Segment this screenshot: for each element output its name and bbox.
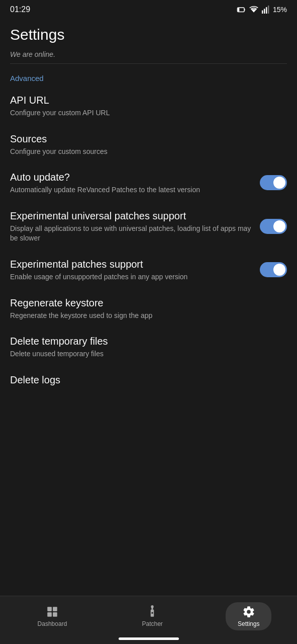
- settings-item-auto-update-title: Auto update?: [10, 171, 252, 184]
- settings-content: Advanced API URL Configure your custom A…: [0, 64, 297, 444]
- exp-universal-toggle-knob: [273, 220, 285, 232]
- auto-update-toggle-knob: [273, 177, 285, 189]
- dashboard-icon: [46, 605, 59, 618]
- exp-patches-toggle[interactable]: [260, 262, 287, 277]
- section-header-advanced: Advanced: [0, 64, 297, 87]
- settings-item-delete-temp-text: Delete temporary files Delete unused tem…: [10, 335, 287, 359]
- settings-item-delete-logs[interactable]: Delete logs: [0, 366, 297, 393]
- status-time: 01:29: [10, 5, 30, 14]
- page-title: Settings: [0, 18, 297, 48]
- settings-item-sources-text: Sources Configure your custom sources: [10, 132, 287, 157]
- bottom-nav: Dashboard Patcher Settings: [0, 596, 297, 644]
- battery-icon: [237, 5, 246, 14]
- settings-item-exp-universal-subtitle: Display all applications to use with uni…: [10, 224, 252, 244]
- settings-icon: [242, 605, 255, 618]
- svg-rect-8: [47, 607, 52, 611]
- settings-item-api-url-subtitle: Configure your custom API URL: [10, 108, 279, 118]
- settings-item-delete-temp[interactable]: Delete temporary files Delete unused tem…: [0, 328, 297, 366]
- settings-item-exp-universal-text: Experimental universal patches support D…: [10, 209, 260, 244]
- svg-rect-2: [244, 9, 245, 11]
- settings-item-api-url[interactable]: API URL Configure your custom API URL: [0, 87, 297, 125]
- settings-item-exp-patches[interactable]: Experimental patches support Enable usag…: [0, 251, 297, 289]
- nav-item-patcher[interactable]: Patcher: [130, 602, 175, 630]
- settings-item-regenerate-keystore-text: Regenerate keystore Regenerate the keyst…: [10, 296, 287, 321]
- settings-item-regenerate-keystore-subtitle: Regenerate the keystore used to sign the…: [10, 311, 279, 321]
- settings-item-delete-logs-text: Delete logs: [10, 373, 287, 386]
- svg-rect-10: [47, 612, 52, 617]
- settings-item-delete-logs-title: Delete logs: [10, 373, 279, 386]
- svg-rect-1: [238, 8, 239, 12]
- svg-point-13: [152, 612, 153, 614]
- svg-rect-5: [264, 9, 265, 14]
- settings-item-exp-universal[interactable]: Experimental universal patches support D…: [0, 202, 297, 251]
- nav-item-patcher-label: Patcher: [142, 620, 163, 627]
- patcher-icon: [146, 605, 159, 618]
- svg-rect-6: [266, 7, 267, 14]
- exp-universal-toggle[interactable]: [260, 219, 287, 234]
- settings-item-delete-temp-title: Delete temporary files: [10, 335, 279, 348]
- svg-rect-11: [53, 612, 57, 617]
- settings-item-auto-update[interactable]: Auto update? Automatically update ReVanc…: [0, 164, 297, 202]
- settings-item-sources[interactable]: Sources Configure your custom sources: [0, 125, 297, 164]
- svg-rect-9: [53, 607, 57, 611]
- status-icons: 15%: [237, 5, 287, 14]
- settings-item-exp-patches-subtitle: Enable usage of unsupported patches in a…: [10, 272, 252, 282]
- settings-item-api-url-text: API URL Configure your custom API URL: [10, 94, 287, 118]
- settings-item-api-url-title: API URL: [10, 94, 279, 107]
- status-bar: 01:29 15%: [0, 0, 297, 18]
- settings-item-regenerate-keystore[interactable]: Regenerate keystore Regenerate the keyst…: [0, 289, 297, 328]
- nav-item-settings-label: Settings: [238, 620, 259, 627]
- nav-item-dashboard[interactable]: Dashboard: [26, 602, 79, 630]
- auto-update-toggle[interactable]: [260, 175, 287, 190]
- settings-item-delete-temp-subtitle: Delete unused temporary files: [10, 349, 279, 359]
- svg-marker-3: [251, 9, 257, 13]
- bottom-nav-items: Dashboard Patcher Settings: [0, 596, 297, 634]
- online-banner: We are online.: [0, 48, 297, 63]
- settings-item-exp-patches-title: Experimental patches support: [10, 258, 252, 271]
- settings-item-regenerate-keystore-title: Regenerate keystore: [10, 296, 279, 309]
- settings-item-sources-subtitle: Configure your custom sources: [10, 147, 279, 157]
- settings-item-auto-update-text: Auto update? Automatically update ReVanc…: [10, 171, 260, 195]
- wifi-icon: [249, 6, 259, 14]
- settings-item-exp-universal-title: Experimental universal patches support: [10, 209, 252, 222]
- settings-item-auto-update-subtitle: Automatically update ReVanced Patches to…: [10, 185, 252, 195]
- nav-item-dashboard-label: Dashboard: [38, 620, 67, 627]
- signal-icon: [262, 6, 270, 14]
- svg-rect-4: [262, 11, 263, 14]
- svg-rect-7: [268, 6, 269, 14]
- settings-item-sources-title: Sources: [10, 132, 279, 145]
- settings-item-exp-patches-text: Experimental patches support Enable usag…: [10, 258, 260, 282]
- battery-percent: 15%: [273, 6, 287, 14]
- exp-patches-toggle-knob: [273, 264, 285, 276]
- nav-item-settings[interactable]: Settings: [226, 602, 271, 630]
- home-indicator: [119, 637, 179, 640]
